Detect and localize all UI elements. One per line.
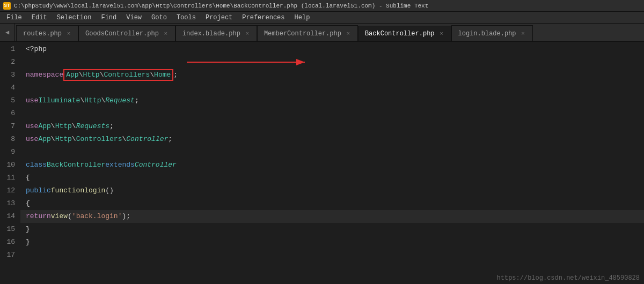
menu-view[interactable]: View: [122, 13, 146, 23]
code-line-11: {: [20, 171, 644, 184]
code-line-5: use Illuminate\Http\Request;: [20, 94, 644, 107]
code-line-2: [20, 56, 644, 69]
code-area[interactable]: <?phpnamespace App\Http\Controllers\Home…: [20, 42, 644, 284]
tab-scroll-left[interactable]: ◀: [0, 24, 15, 41]
line-number-7: 7: [0, 120, 15, 133]
line-number-16: 16: [0, 236, 15, 249]
tab-member[interactable]: MemberController.php×: [257, 25, 358, 41]
line-number-4: 4: [0, 81, 15, 94]
tab-login-label: login.blade.php: [458, 30, 516, 38]
app-icon: ST: [3, 2, 11, 10]
line-number-10: 10: [0, 159, 15, 171]
menu-edit[interactable]: Edit: [27, 13, 52, 23]
tab-routes-close[interactable]: ×: [65, 30, 72, 38]
line-number-1: 1: [0, 43, 15, 56]
code-line-10: class BackController extends Controller: [20, 159, 644, 171]
code-line-1: <?php: [20, 43, 644, 56]
menu-goto[interactable]: Goto: [147, 13, 171, 23]
line-number-13: 13: [0, 197, 15, 210]
tab-back[interactable]: BackController.php×: [358, 26, 451, 42]
code-line-12: public function login(): [20, 184, 644, 197]
tab-routes[interactable]: routes.php×: [16, 25, 78, 41]
tab-back-label: BackController.php: [365, 30, 435, 38]
line-number-8: 8: [0, 133, 15, 146]
code-line-13: {: [20, 197, 644, 210]
code-line-6: [20, 107, 644, 120]
tab-member-label: MemberController.php: [264, 30, 341, 38]
menu-help[interactable]: Help: [290, 13, 314, 23]
tab-index-label: index.blade.php: [182, 30, 240, 38]
app-icon-text: ST: [4, 3, 10, 9]
tab-index-close[interactable]: ×: [244, 30, 251, 38]
tab-index[interactable]: index.blade.php×: [175, 25, 257, 41]
code-line-16: }: [20, 236, 644, 249]
code-line-17: [20, 249, 644, 261]
watermark: https://blog.csdn.net/weixin_48590828: [497, 274, 640, 282]
code-line-14: return view('back.login');: [20, 210, 644, 223]
tab-back-close[interactable]: ×: [438, 30, 445, 38]
code-line-15: }: [20, 223, 644, 236]
tab-bar: ◀ routes.php×GoodsController.php×index.b…: [0, 24, 644, 42]
line-number-9: 9: [0, 146, 15, 159]
line-number-2: 2: [0, 56, 15, 69]
line-numbers: 1234567891011121314151617: [0, 42, 20, 284]
tab-goods-close[interactable]: ×: [162, 30, 170, 38]
tab-login-close[interactable]: ×: [519, 30, 527, 38]
line-number-15: 15: [0, 223, 15, 236]
code-line-3: namespace App\Http\Controllers\Home;: [20, 69, 644, 81]
tab-login[interactable]: login.blade.php×: [451, 25, 533, 41]
tab-member-close[interactable]: ×: [345, 30, 352, 38]
line-number-17: 17: [0, 249, 15, 261]
code-line-8: use App\Http\Controllers\Controller;: [20, 133, 644, 146]
menu-find[interactable]: Find: [97, 13, 121, 23]
tab-goods[interactable]: GoodsController.php×: [78, 25, 175, 41]
title-text: C:\phpStudy\WWW\local.laravel51.com\app\…: [14, 3, 428, 9]
code-line-4: [20, 81, 644, 94]
editor-area: 1234567891011121314151617 <?phpnamespace…: [0, 42, 644, 284]
menu-tools[interactable]: Tools: [172, 13, 200, 23]
tab-routes-label: routes.php: [23, 30, 62, 38]
menu-selection[interactable]: Selection: [53, 13, 96, 23]
menu-file[interactable]: File: [2, 13, 26, 23]
menu-preferences[interactable]: Preferences: [238, 13, 289, 23]
line-number-11: 11: [0, 171, 15, 184]
line-number-14: 14: [0, 210, 15, 223]
line-number-3: 3: [0, 69, 15, 81]
code-line-7: use App\Http\Requests;: [20, 120, 644, 133]
menu-project[interactable]: Project: [201, 13, 237, 23]
title-bar: ST C:\phpStudy\WWW\local.laravel51.com\a…: [0, 0, 644, 12]
line-number-5: 5: [0, 94, 15, 107]
line-number-12: 12: [0, 184, 15, 197]
line-number-6: 6: [0, 107, 15, 120]
code-line-9: [20, 146, 644, 159]
tab-goods-label: GoodsController.php: [85, 30, 159, 38]
menu-bar: File Edit Selection Find View Goto Tools…: [0, 12, 644, 24]
